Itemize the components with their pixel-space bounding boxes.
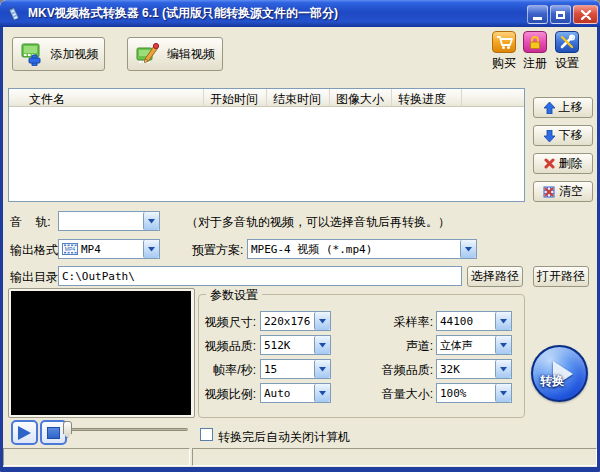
close-icon [581, 10, 591, 20]
move-down-label: 下移 [559, 127, 583, 144]
stop-icon [47, 427, 60, 439]
maximize-icon [556, 11, 565, 19]
column-progress[interactable]: 转换进度 [392, 89, 462, 106]
output-dir-input[interactable] [58, 266, 462, 286]
param-value-video-quality: 512K [261, 339, 291, 352]
play-button[interactable] [11, 420, 38, 445]
chevron-down-icon[interactable] [314, 336, 330, 354]
param-value-video-size: 220x176 [261, 315, 310, 328]
chevron-down-icon[interactable] [495, 312, 511, 330]
param-combo-sample-rate[interactable]: 44100 [436, 311, 512, 331]
preset-combo[interactable]: MPEG-4 视频 (*.mp4) [247, 239, 477, 259]
buy-button[interactable]: 购买 [487, 31, 521, 72]
param-combo-aspect-ratio[interactable]: Auto [260, 383, 331, 403]
clear-button[interactable]: 清空 [533, 181, 593, 202]
move-down-button[interactable]: 下移 [533, 125, 593, 146]
chevron-down-icon[interactable] [314, 384, 330, 402]
param-label-video-quality: 视频品质: [198, 338, 256, 355]
edit-video-label: 编辑视频 [167, 46, 215, 63]
file-list: 文件名 开始时间 结束时间 图像大小 转换进度 [8, 88, 525, 202]
chevron-down-icon[interactable] [314, 360, 330, 378]
delete-button[interactable]: 删除 [533, 153, 593, 174]
output-format-value-wrap: MP4 MP4 [59, 243, 101, 256]
minimize-button[interactable] [527, 5, 548, 24]
open-path-button[interactable]: 打开路径 [533, 266, 589, 287]
tools-icon [555, 31, 579, 53]
chevron-down-icon[interactable] [460, 240, 476, 258]
param-combo-audio-quality[interactable]: 32K [436, 359, 512, 379]
statusbar-right-pane [192, 448, 597, 466]
window-title: MKV视频格式转换器 6.1 (试用版只能转换源文件的一部分) [28, 5, 338, 22]
register-button[interactable]: 注册 [521, 31, 549, 72]
param-combo-frame-rate[interactable]: 15 [260, 359, 331, 379]
edit-video-icon [135, 42, 161, 66]
shutdown-checkbox-label[interactable]: 转换完后自动关闭计算机 [218, 429, 350, 446]
arrow-up-icon [544, 102, 555, 114]
param-value-volume: 100% [437, 387, 467, 400]
register-label: 注册 [523, 55, 547, 72]
clear-grid-icon [543, 186, 555, 198]
file-list-body[interactable] [9, 107, 524, 201]
audio-track-note: （对于多音轨的视频，可以选择音轨后再转换。） [186, 214, 450, 231]
chevron-down-icon[interactable] [495, 336, 511, 354]
output-dir-label: 输出目录: [10, 269, 61, 286]
window-border-left [0, 27, 3, 472]
output-format-combo[interactable]: MP4 MP4 [58, 239, 160, 259]
audio-track-label: 音 轨: [10, 214, 51, 231]
param-label-channels: 声道: [368, 338, 433, 355]
mp4-format-icon: MP4 [62, 243, 78, 255]
maximize-button[interactable] [550, 5, 571, 24]
choose-path-label: 选择路径 [471, 268, 519, 285]
convert-label: 转换 [540, 373, 564, 390]
preset-value: MPEG-4 视频 (*.mp4) [248, 242, 372, 257]
param-label-aspect-ratio: 视频比例: [198, 386, 256, 403]
param-combo-video-size[interactable]: 220x176 [260, 311, 331, 331]
add-video-icon [19, 42, 45, 66]
window-border-bottom [0, 467, 600, 472]
close-button[interactable] [573, 5, 598, 24]
play-icon [18, 426, 31, 440]
column-end-time[interactable]: 结束时间 [267, 89, 330, 106]
output-format-label: 输出格式: [10, 242, 61, 259]
param-value-frame-rate: 15 [261, 363, 277, 376]
video-preview-screen [11, 291, 191, 415]
column-filename[interactable]: 文件名 [9, 89, 204, 106]
audio-track-combo[interactable] [58, 211, 160, 231]
chevron-down-icon[interactable] [143, 212, 159, 230]
param-label-audio-quality: 音频品质: [368, 362, 433, 379]
column-start-time[interactable]: 开始时间 [204, 89, 267, 106]
param-value-channels: 立体声 [437, 338, 473, 353]
buy-label: 购买 [492, 55, 516, 72]
convert-button[interactable]: 转换 [531, 345, 588, 402]
add-video-button[interactable]: 添加视频 [12, 37, 105, 71]
chevron-down-icon[interactable] [143, 240, 159, 258]
param-combo-video-quality[interactable]: 512K [260, 335, 331, 355]
preset-label: 预置方案: [192, 242, 243, 259]
settings-button[interactable]: 设置 [551, 31, 583, 72]
arrow-down-icon [544, 130, 555, 142]
edit-video-button[interactable]: 编辑视频 [127, 37, 223, 71]
add-video-label: 添加视频 [51, 46, 99, 63]
file-list-header: 文件名 开始时间 结束时间 图像大小 转换进度 [9, 89, 524, 107]
red-x-icon [544, 158, 555, 169]
param-combo-channels[interactable]: 立体声 [436, 335, 512, 355]
param-value-aspect-ratio: Auto [261, 387, 291, 400]
delete-label: 删除 [559, 155, 583, 172]
chevron-down-icon[interactable] [314, 312, 330, 330]
param-label-frame-rate: 帧率/秒: [198, 362, 256, 379]
move-up-label: 上移 [559, 99, 583, 116]
stop-button[interactable] [40, 420, 67, 445]
move-up-button[interactable]: 上移 [533, 97, 593, 118]
svg-text:MP4: MP4 [65, 246, 76, 252]
seek-slider-track[interactable] [66, 428, 188, 431]
open-path-label: 打开路径 [537, 268, 585, 285]
param-value-sample-rate: 44100 [437, 315, 473, 328]
choose-path-button[interactable]: 选择路径 [467, 266, 523, 287]
chevron-down-icon[interactable] [495, 360, 511, 378]
shutdown-checkbox[interactable] [200, 428, 213, 441]
clear-label: 清空 [559, 183, 583, 200]
param-combo-volume[interactable]: 100% [436, 383, 512, 403]
column-image-size[interactable]: 图像大小 [330, 89, 392, 106]
param-label-video-size: 视频尺寸: [198, 314, 256, 331]
chevron-down-icon[interactable] [495, 384, 511, 402]
